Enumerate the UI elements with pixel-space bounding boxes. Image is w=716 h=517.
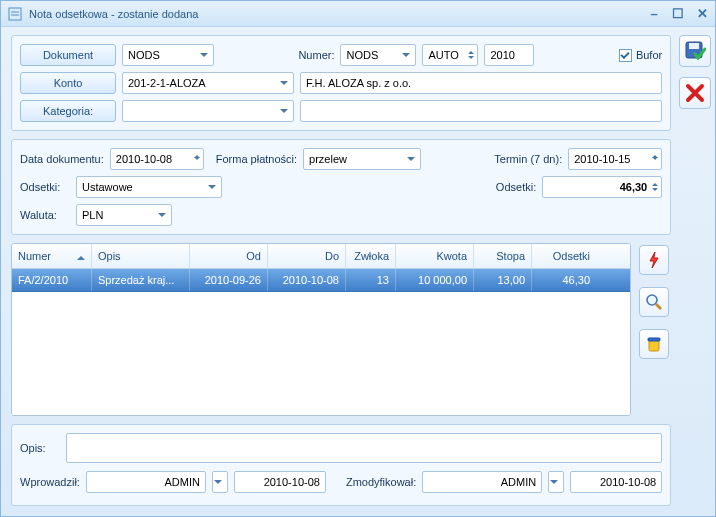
app-icon (7, 6, 23, 22)
maximize-button[interactable]: ☐ (671, 7, 685, 21)
zmodyfikowal-date: 2010-10-08 (570, 471, 662, 493)
zmodyfikowal-dropdown[interactable] (548, 471, 564, 493)
lightning-icon (646, 251, 662, 269)
odsetki-sum-input[interactable]: 46,30 (542, 176, 662, 198)
params-panel: Data dokumentu: 2010-10-08 Forma płatnoś… (11, 139, 671, 235)
kategoria-button[interactable]: Kategoria: (20, 100, 116, 122)
odsetki-sum-label: Odsetki: (496, 181, 536, 193)
magnifier-icon (645, 293, 663, 311)
grid-body: FA/2/2010 Sprzedaż kraj... 2010-09-26 20… (12, 269, 630, 415)
svg-rect-6 (689, 43, 699, 49)
termin-label: Termin (7 dn): (494, 153, 562, 165)
trash-button[interactable] (639, 329, 669, 359)
svg-point-1 (647, 295, 657, 305)
wprowadzil-user: ADMIN (86, 471, 206, 493)
col-numer[interactable]: Numer (12, 244, 92, 268)
diskette-check-icon (684, 40, 706, 62)
col-od[interactable]: Od (190, 244, 268, 268)
col-opis[interactable]: Opis (92, 244, 190, 268)
dokument-combo[interactable]: NODS (122, 44, 214, 66)
bufor-check-icon (619, 49, 632, 62)
window: Nota odsetkowa - zostanie dodana – ☐ ✕ D… (0, 0, 716, 517)
col-stopa[interactable]: Stopa (474, 244, 532, 268)
lightning-button[interactable] (639, 245, 669, 275)
konto-name-input[interactable]: F.H. ALOZA sp. z o.o. (300, 72, 662, 94)
col-odsetki[interactable]: Odsetki (532, 244, 596, 268)
numer-year-input[interactable]: 2010 (484, 44, 534, 66)
opis-label: Opis: (20, 442, 60, 454)
forma-label: Forma płatności: (216, 153, 297, 165)
odsetki-type-combo[interactable]: Ustawowe (76, 176, 222, 198)
kategoria-combo[interactable] (122, 100, 294, 122)
svg-rect-3 (649, 340, 659, 351)
konto-combo[interactable]: 201-2-1-ALOZA (122, 72, 294, 94)
numer-mode-spin[interactable]: AUTO (422, 44, 478, 66)
col-kwota[interactable]: Kwota (396, 244, 474, 268)
minimize-button[interactable]: – (647, 7, 661, 21)
wprowadzil-date: 2010-10-08 (234, 471, 326, 493)
grid-header: Numer Opis Od Do Zwłoka Kwota Stopa Odse… (12, 244, 630, 269)
save-button[interactable] (679, 35, 711, 67)
kategoria-name-input[interactable] (300, 100, 662, 122)
zmodyfikowal-user: ADMIN (422, 471, 542, 493)
svg-rect-4 (648, 338, 660, 341)
bufor-checkbox[interactable]: Bufor (619, 49, 662, 62)
close-button[interactable]: ✕ (695, 7, 709, 21)
data-dok-label: Data dokumentu: (20, 153, 104, 165)
cancel-x-icon (685, 83, 705, 103)
wprowadzil-label: Wprowadził: (20, 476, 80, 488)
numer-label: Numer: (298, 49, 334, 61)
table-row[interactable]: FA/2/2010 Sprzedaż kraj... 2010-09-26 20… (12, 269, 630, 292)
header-panel: Dokument NODS Numer: NODS AUTO 2010 Bufo… (11, 35, 671, 131)
col-do[interactable]: Do (268, 244, 346, 268)
termin-input[interactable]: 2010-10-15 (568, 148, 662, 170)
konto-button[interactable]: Konto (20, 72, 116, 94)
odsetki-type-label: Odsetki: (20, 181, 70, 193)
zmodyfikowal-label: Zmodyfikował: (346, 476, 416, 488)
wprowadzil-dropdown[interactable] (212, 471, 228, 493)
forma-combo[interactable]: przelew (303, 148, 421, 170)
waluta-label: Waluta: (20, 209, 70, 221)
titlebar: Nota odsetkowa - zostanie dodana – ☐ ✕ (1, 1, 715, 27)
numer-series-combo[interactable]: NODS (340, 44, 416, 66)
window-title: Nota odsetkowa - zostanie dodana (29, 8, 647, 20)
svg-rect-0 (9, 8, 21, 20)
cancel-button[interactable] (679, 77, 711, 109)
col-zwloka[interactable]: Zwłoka (346, 244, 396, 268)
opis-input[interactable] (66, 433, 662, 463)
trash-icon (646, 335, 662, 353)
data-dok-input[interactable]: 2010-10-08 (110, 148, 204, 170)
waluta-combo[interactable]: PLN (76, 204, 172, 226)
items-grid[interactable]: Numer Opis Od Do Zwłoka Kwota Stopa Odse… (11, 243, 631, 416)
dokument-button[interactable]: Dokument (20, 44, 116, 66)
footer-panel: Opis: Wprowadził: ADMIN 2010-10-08 Zmody… (11, 424, 671, 506)
magnifier-button[interactable] (639, 287, 669, 317)
svg-line-2 (656, 304, 661, 309)
